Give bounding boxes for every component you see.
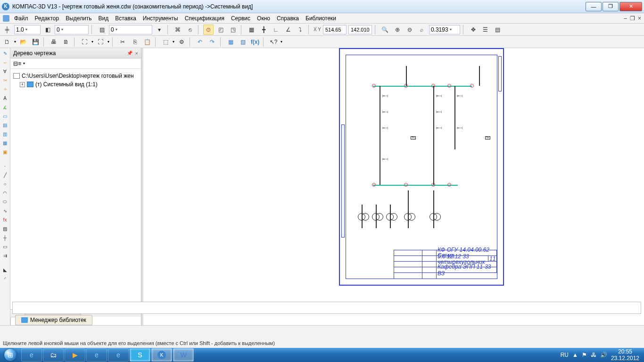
vt-spec-icon[interactable]: ▤ [0, 121, 10, 129]
vt-spline-icon[interactable]: ∿ [0, 206, 10, 215]
snap1-icon[interactable]: ◰ [215, 25, 226, 35]
tray-network-icon[interactable]: 🖧 [591, 352, 596, 358]
assembly-icon[interactable]: ⛶ [79, 37, 90, 47]
vt-line-icon[interactable]: ╱ [0, 171, 10, 179]
layer-combo[interactable]: 0▾ [55, 25, 89, 34]
vt-geom-icon[interactable]: ✎ [0, 49, 10, 58]
paste-icon[interactable]: 📋 [142, 37, 152, 47]
views-icon[interactable]: ▤ [493, 25, 503, 35]
tb-kompas-icon[interactable]: K [151, 348, 172, 362]
ortho-icon[interactable]: ∟ [271, 25, 281, 35]
vt-measure-icon[interactable]: ∡ [0, 103, 10, 111]
zoom-combo[interactable]: 0.3193▾ [429, 25, 460, 34]
vt-point-icon[interactable]: · [0, 162, 10, 170]
angle-icon[interactable]: ∠ [283, 25, 293, 35]
undo-icon[interactable]: ↶ [195, 37, 205, 47]
menu-libs[interactable]: Библиотеки [303, 14, 339, 23]
vt-insert-icon[interactable]: ▣ [0, 148, 10, 156]
mdi-restore[interactable]: ❐ [630, 15, 635, 22]
fx-icon[interactable]: f(x) [250, 37, 260, 47]
pan-icon[interactable]: ✥ [468, 25, 479, 35]
vt-report-icon[interactable]: ▥ [0, 130, 10, 138]
tb-wmp-icon[interactable]: ▶ [65, 348, 85, 362]
expand-icon[interactable]: + [20, 82, 25, 87]
vt-ellipse-icon[interactable]: ⬭ [0, 197, 10, 206]
maximize-button[interactable]: ❐ [603, 2, 619, 11]
vt-axis-icon[interactable]: ┼ [0, 233, 10, 242]
menu-editor[interactable]: Редактор [32, 14, 62, 23]
vt-rect-icon[interactable]: ▭ [0, 242, 10, 251]
tree-root[interactable]: C:\Users\User\Desktop\чертеж готовый жен [13, 72, 138, 80]
tray-volume-icon[interactable]: 🔊 [600, 352, 607, 358]
tree-view-item[interactable]: + (т) Системный вид (1:1) [13, 80, 138, 89]
zoom-out-icon[interactable]: ⊖ [405, 25, 415, 35]
tool-b-icon[interactable]: ▧ [238, 37, 248, 47]
vt-arc-icon[interactable]: ◠ [0, 189, 10, 197]
preview-icon[interactable]: 🗎 [61, 37, 71, 47]
props-icon[interactable]: ⚙ [176, 37, 187, 47]
select-icon[interactable]: ⬚ [160, 37, 171, 47]
start-button[interactable] [0, 348, 21, 362]
tb-ie3-icon[interactable]: e [108, 348, 129, 362]
mdi-close[interactable]: × [638, 15, 641, 22]
assembly2-icon[interactable]: ⛶ [95, 37, 106, 47]
carr1-icon[interactable]: ▾ [154, 25, 165, 35]
save-icon[interactable]: 💾 [30, 37, 41, 47]
line-weight-combo[interactable]: 1.0▾ [14, 25, 41, 34]
stepper-icon[interactable]: ◧ [42, 25, 53, 35]
snap2-icon[interactable]: ◳ [228, 25, 238, 35]
grid-icon[interactable]: ▦ [246, 25, 256, 35]
vt-text-icon[interactable]: ∀ [0, 67, 10, 75]
round-icon[interactable]: ⤵ [295, 25, 305, 35]
drawing-tree[interactable]: C:\Users\User\Desktop\чертеж готовый жен… [10, 69, 141, 309]
close-button[interactable]: ✕ [619, 2, 642, 11]
redo-icon[interactable]: ↷ [207, 37, 217, 47]
cut-icon[interactable]: ✂ [117, 37, 128, 47]
vt-circle-icon[interactable]: ○ [0, 180, 10, 188]
menu-spec[interactable]: Спецификация [182, 14, 227, 23]
menu-tools[interactable]: Инструменты [140, 14, 181, 23]
vt-hatch-icon[interactable]: ▨ [0, 224, 10, 233]
coord-x[interactable]: 514.65 [323, 25, 347, 34]
tb-skype-icon[interactable]: S [130, 348, 150, 362]
layers-icon[interactable]: ☰ [480, 25, 491, 35]
vt-a-icon[interactable]: А [0, 94, 10, 102]
menu-insert[interactable]: Вставка [112, 14, 139, 23]
tray-flag-icon[interactable]: ▲ [572, 352, 578, 358]
pin-icon[interactable]: 📌 [127, 50, 132, 56]
axis-icon[interactable]: ╋ [258, 25, 269, 35]
zoom-in-icon[interactable]: ⊕ [392, 25, 403, 35]
tb-ie2-icon[interactable]: e [86, 348, 107, 362]
tb-word-icon[interactable]: W [173, 348, 194, 362]
zoom-window-icon[interactable]: ⌕ [417, 25, 427, 35]
canvas[interactable]: ⊢⊣ ⊢⊣ ⊢⊣ ⊢⊣ ⊢⊣ ⊢⊣ ⊢⊣ ⊢⊣ ⊢⊣ ТН ТН КФ ОГУ … [143, 48, 644, 326]
tb-ie-icon[interactable]: e [21, 348, 42, 362]
tb-explorer-icon[interactable]: 🗂 [43, 348, 64, 362]
line-style-icon[interactable]: ╪ [2, 25, 12, 35]
copy-icon[interactable]: ⎘ [130, 37, 140, 47]
mdi-minimize[interactable]: – [624, 15, 627, 22]
tree-mode-icon[interactable]: ⊟≡ [13, 60, 21, 67]
menu-select[interactable]: Выделить [63, 14, 94, 23]
menu-view[interactable]: Вид [96, 14, 112, 23]
vt-select-icon[interactable]: ▭ [0, 112, 10, 120]
tray-lang[interactable]: RU [561, 352, 569, 358]
panel-close-icon[interactable]: × [135, 50, 138, 56]
menu-window[interactable]: Окно [254, 14, 273, 23]
vt-edit-icon[interactable]: ✂ [0, 76, 10, 84]
menu-help[interactable]: Справка [274, 14, 302, 23]
minimize-button[interactable]: — [586, 2, 602, 11]
tray-action-icon[interactable]: ⚑ [582, 352, 587, 358]
tab-lib-manager[interactable]: Менеджер библиотек [15, 315, 92, 325]
vt-offset-icon[interactable]: ⇉ [0, 251, 10, 260]
tool-a-icon[interactable]: ▦ [225, 37, 236, 47]
vt-chamfer-icon[interactable]: ◣ [0, 265, 10, 274]
vt-fx-icon[interactable]: fx [0, 215, 10, 224]
help-cursor-icon[interactable]: ↖? [268, 37, 279, 47]
vt-param-icon[interactable]: ✧ [0, 85, 10, 93]
menu-service[interactable]: Сервис [228, 14, 253, 23]
print-icon[interactable]: 🖶 [49, 37, 59, 47]
hatch-icon[interactable]: ▨ [97, 25, 107, 35]
new-icon[interactable]: 🗋 [2, 37, 12, 47]
menu-file[interactable]: Файл [11, 14, 31, 23]
